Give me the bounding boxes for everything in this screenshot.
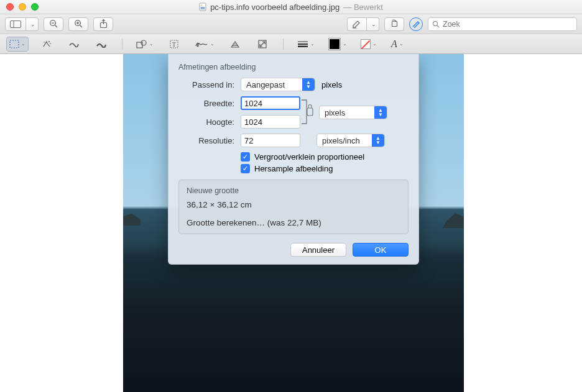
text-style-button[interactable]: A⌄ bbox=[388, 37, 407, 52]
title-filename: pc-tips.info voorbeeld afbeelding.jpg bbox=[210, 2, 340, 12]
fit-unit-label: pixels bbox=[321, 80, 342, 89]
view-mode-group: ⌄ bbox=[5, 17, 39, 31]
search-field[interactable] bbox=[428, 17, 577, 31]
sidebar-menu-button[interactable]: ⌄ bbox=[26, 17, 39, 31]
search-input[interactable] bbox=[443, 20, 573, 29]
search-icon bbox=[432, 21, 440, 28]
resample-checkbox[interactable]: ✓ bbox=[241, 164, 250, 173]
proportional-check-row: ✓ Vergroot/verklein proportioneel bbox=[241, 152, 409, 162]
resolution-label: Resolutie: bbox=[178, 136, 234, 145]
height-input[interactable] bbox=[241, 115, 300, 129]
width-input[interactable] bbox=[241, 96, 300, 110]
zoom-in-button[interactable] bbox=[68, 17, 88, 31]
svg-point-16 bbox=[433, 21, 437, 25]
zoom-window-icon[interactable] bbox=[31, 3, 39, 11]
resample-label: Hersample afbeelding bbox=[254, 164, 333, 173]
svg-rect-0 bbox=[200, 3, 206, 11]
svg-line-30 bbox=[260, 42, 265, 47]
fill-color-button[interactable]: ⌄ bbox=[358, 37, 379, 52]
adjust-size-button[interactable] bbox=[253, 37, 272, 52]
section-dimensions-label: Afmetingen afbeelding bbox=[178, 63, 409, 71]
separator bbox=[283, 39, 284, 50]
svg-point-23 bbox=[141, 40, 146, 45]
resolution-row: Resolutie: pixels/inch ▲▼ bbox=[178, 134, 409, 147]
svg-rect-22 bbox=[137, 42, 142, 48]
svg-rect-1 bbox=[201, 7, 205, 9]
svg-line-9 bbox=[80, 25, 82, 27]
separator bbox=[122, 39, 122, 50]
proportional-label: Vergroot/verklein proportioneel bbox=[254, 152, 364, 162]
ok-button[interactable]: OK bbox=[353, 243, 409, 257]
wh-unit-select[interactable]: pixels ▲▼ bbox=[319, 106, 387, 119]
svg-rect-15 bbox=[392, 22, 397, 27]
border-color-button[interactable]: ⌄ bbox=[326, 37, 349, 52]
svg-rect-3 bbox=[11, 21, 21, 27]
titlebar: pc-tips.info voorbeeld afbeelding.jpg — … bbox=[0, 0, 582, 14]
canvas-area: Afmetingen afbeelding Passend in: Aangep… bbox=[0, 54, 582, 392]
new-size-value: 36,12 × 36,12 cm bbox=[187, 200, 400, 209]
close-window-icon[interactable] bbox=[6, 3, 14, 11]
resize-dialog: Afmetingen afbeelding Passend in: Aangep… bbox=[168, 54, 419, 265]
highlight-group: ⌄ bbox=[347, 17, 379, 31]
select-arrows-icon: ▲▼ bbox=[302, 78, 315, 91]
selection-tool-button[interactable]: ⌄ bbox=[6, 37, 29, 52]
new-size-box: Nieuwe grootte 36,12 × 36,12 cm Grootte … bbox=[178, 180, 409, 234]
fit-label: Passend in: bbox=[178, 80, 234, 89]
svg-rect-34 bbox=[307, 108, 313, 116]
traffic-lights bbox=[0, 3, 39, 11]
proportional-checkbox[interactable]: ✓ bbox=[241, 152, 250, 162]
svg-line-6 bbox=[55, 25, 57, 27]
resolution-unit-select[interactable]: pixels/inch ▲▼ bbox=[316, 134, 385, 147]
text-tool-button[interactable]: T bbox=[165, 37, 183, 52]
draw-tool-button[interactable] bbox=[92, 37, 111, 52]
toolbar-markup: ⌄ ⌄ T ⌄ ⌄ ⌄ ⌄ A⌄ bbox=[0, 34, 582, 54]
width-label: Breedte: bbox=[178, 99, 234, 108]
title-status: — Bewerkt bbox=[343, 2, 383, 12]
sign-button[interactable]: ⌄ bbox=[192, 37, 217, 52]
instant-alpha-button[interactable] bbox=[37, 37, 56, 52]
shapes-button[interactable]: ⌄ bbox=[134, 37, 156, 52]
select-arrows-icon: ▲▼ bbox=[372, 134, 384, 147]
minimize-window-icon[interactable] bbox=[19, 3, 26, 11]
svg-rect-18 bbox=[10, 40, 19, 48]
highlight-button[interactable] bbox=[347, 17, 367, 31]
fit-row: Passend in: Aangepast ▲▼ pixels bbox=[178, 78, 409, 91]
window-title: pc-tips.info voorbeeld afbeelding.jpg — … bbox=[0, 2, 582, 12]
aspect-lock-bracket bbox=[300, 96, 314, 127]
markup-toggle-button[interactable] bbox=[409, 17, 423, 31]
svg-line-17 bbox=[437, 25, 439, 27]
svg-point-2 bbox=[201, 5, 202, 6]
svg-text:T: T bbox=[172, 41, 176, 47]
adjust-color-button[interactable] bbox=[226, 37, 244, 52]
select-arrows-icon: ▲▼ bbox=[374, 106, 387, 119]
sketch-tool-button[interactable] bbox=[65, 37, 83, 52]
sidebar-toggle-button[interactable] bbox=[5, 17, 26, 31]
document-icon bbox=[199, 2, 206, 11]
zoom-out-button[interactable] bbox=[44, 17, 63, 31]
cancel-button[interactable]: Annuleer bbox=[290, 243, 346, 257]
resample-check-row: ✓ Hersample afbeelding bbox=[241, 164, 409, 173]
fit-value: Aangepast bbox=[246, 80, 285, 89]
resolution-unit-value: pixels/inch bbox=[322, 136, 360, 145]
toolbar-primary: ⌄ ⌄ bbox=[0, 14, 582, 34]
wh-row: Breedte: Hoogte: pixels ▲▼ bbox=[178, 96, 409, 129]
calc-text: Grootte berekenen… (was 22,7 MB) bbox=[187, 218, 400, 227]
svg-point-20 bbox=[44, 42, 45, 43]
share-button[interactable] bbox=[93, 17, 113, 31]
new-size-header: Nieuwe grootte bbox=[187, 186, 400, 195]
wh-unit-value: pixels bbox=[325, 108, 345, 117]
height-label: Hoogte: bbox=[178, 117, 234, 127]
svg-point-21 bbox=[50, 43, 51, 44]
resolution-input[interactable] bbox=[241, 134, 300, 147]
dialog-buttons: Annuleer OK bbox=[178, 243, 409, 257]
border-weight-button[interactable]: ⌄ bbox=[295, 37, 317, 52]
rotate-button[interactable] bbox=[384, 17, 404, 31]
svg-point-19 bbox=[48, 41, 50, 42]
highlight-menu-button[interactable]: ⌄ bbox=[367, 17, 379, 31]
fit-select[interactable]: Aangepast ▲▼ bbox=[241, 78, 315, 91]
